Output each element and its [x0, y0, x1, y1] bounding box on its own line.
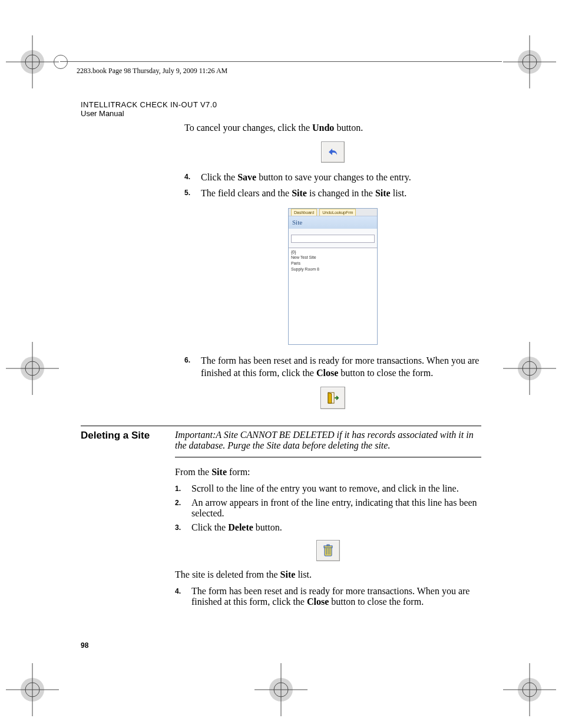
screenshot-title: Site: [289, 216, 377, 229]
svg-point-21: [518, 678, 541, 701]
frame-rule: [60, 61, 502, 62]
book-header: 2283.book Page 98 Thursday, July 9, 2009…: [77, 67, 227, 75]
svg-point-0: [25, 55, 39, 69]
crop-mark-icon: [6, 342, 59, 395]
undo-icon: [321, 141, 345, 163]
svg-point-16: [25, 683, 39, 697]
svg-point-8: [25, 361, 39, 375]
doc-title: INTELLITRACK CHECK IN-OUT V7.0: [81, 100, 481, 109]
list-item: 1. Scroll to the line of the entry you w…: [175, 483, 481, 494]
intro-line: To cancel your changes, click the Undo b…: [184, 121, 481, 134]
svg-marker-29: [328, 393, 332, 403]
screenshot-tabs: Dashboard UndoLookupFrm: [289, 209, 377, 216]
crop-mark-icon: [503, 35, 556, 88]
list-item: 4. Click the Save button to save your ch…: [184, 171, 481, 184]
page-number: 98: [81, 641, 88, 650]
screenshot-row: New Test Site: [291, 255, 375, 261]
list-item: 3. Click the Delete button.: [175, 522, 481, 533]
crop-mark-icon: [254, 663, 308, 716]
section-heading: Deleting a Site: [81, 430, 175, 611]
document-page: 2283.book Page 98 Thursday, July 9, 2009…: [0, 0, 562, 728]
svg-rect-35: [327, 545, 329, 546]
svg-point-9: [21, 357, 44, 380]
frame-ring-icon: [54, 55, 68, 69]
screenshot-list: {0} New Test Site Paris Supply Room 8: [289, 248, 377, 344]
svg-point-24: [274, 683, 288, 697]
lead-line: From the Site form:: [175, 467, 481, 477]
close-door-icon: [320, 387, 345, 409]
after-delete-line: The site is deleted from the Site list.: [175, 569, 481, 580]
steps-list-2: 6. The form has been reset and is ready …: [184, 354, 481, 380]
list-item: 2. An arrow appears in front of the line…: [175, 498, 481, 519]
body-column: To cancel your changes, click the Undo b…: [184, 121, 481, 409]
important-note: Important:A Site CANNOT BE DELETED if it…: [175, 430, 481, 457]
svg-point-13: [518, 357, 541, 380]
list-item: 5. The field clears and the Site is chan…: [184, 187, 481, 200]
svg-point-25: [269, 678, 293, 701]
screenshot-tab: UndoLookupFrm: [319, 209, 356, 216]
screenshot-input: [291, 235, 375, 243]
section-deleting-a-site: Deleting a Site Important:A Site CANNOT …: [81, 426, 481, 611]
screenshot-tab: Dashboard: [291, 209, 317, 216]
delete-steps-list: 1. Scroll to the line of the entry you w…: [175, 483, 481, 533]
svg-point-4: [523, 55, 537, 69]
trash-icon: [316, 540, 340, 561]
screenshot-row: Paris: [291, 261, 375, 266]
doc-subtitle: User Manual: [81, 109, 481, 118]
svg-point-17: [21, 678, 44, 701]
svg-point-12: [523, 361, 537, 375]
crop-mark-icon: [6, 35, 59, 88]
crop-mark-icon: [503, 663, 556, 716]
site-form-screenshot: Dashboard UndoLookupFrm Site {0} New Tes…: [288, 208, 378, 345]
list-item: 4. The form has been reset and is ready …: [175, 586, 481, 607]
crop-mark-icon: [503, 342, 556, 395]
content-area: INTELLITRACK CHECK IN-OUT V7.0 User Manu…: [81, 100, 481, 611]
screenshot-row: Supply Room 8: [291, 266, 375, 272]
delete-steps-list-2: 4. The form has been reset and is ready …: [175, 586, 481, 607]
svg-point-1: [21, 50, 44, 74]
section-body: Important:A Site CANNOT BE DELETED if it…: [175, 430, 481, 611]
crop-mark-icon: [6, 663, 59, 716]
list-item: 6. The form has been reset and is ready …: [184, 354, 481, 380]
steps-list-1: 4. Click the Save button to save your ch…: [184, 171, 481, 200]
svg-point-5: [518, 50, 541, 74]
svg-point-20: [523, 683, 537, 697]
screenshot-row: {0}: [291, 249, 375, 255]
